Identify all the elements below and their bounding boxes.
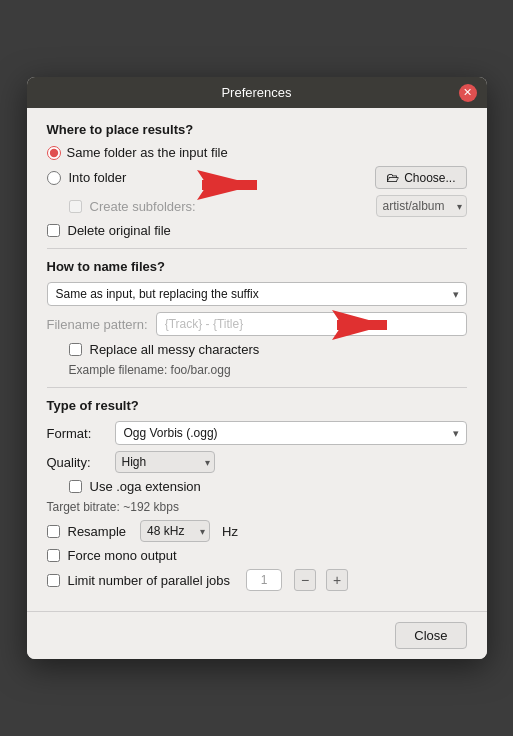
dialog-title: Preferences <box>221 85 291 100</box>
same-folder-label: Same folder as the input file <box>67 145 228 160</box>
folder-icon: 🗁 <box>386 170 399 185</box>
delete-original-label: Delete original file <box>68 223 171 238</box>
limit-jobs-checkbox[interactable] <box>47 574 60 587</box>
target-bitrate-label: Target bitrate: ~192 kbps <box>47 500 467 514</box>
delete-original-checkbox[interactable] <box>47 224 60 237</box>
naming-dropdown-row: Same as input, but replacing the suffix <box>47 282 467 306</box>
oga-extension-checkbox[interactable] <box>69 480 82 493</box>
resample-checkbox[interactable] <box>47 525 60 538</box>
quality-select-wrapper: High <box>115 451 215 473</box>
force-mono-checkbox[interactable] <box>47 549 60 562</box>
close-icon: ✕ <box>463 87 472 98</box>
example-value: foo/bar.ogg <box>171 363 231 377</box>
dialog-content: Where to place results? Same folder as t… <box>27 108 487 611</box>
delete-original-row: Delete original file <box>47 223 467 238</box>
subfolder-select[interactable]: artist/album <box>376 195 467 217</box>
footer-bar: Close <box>27 611 487 659</box>
into-folder-radio[interactable] <box>47 171 61 185</box>
example-filename-row: Example filename: foo/bar.ogg <box>69 363 467 377</box>
force-mono-row: Force mono output <box>47 548 467 563</box>
create-subfolders-label: Create subfolders: <box>90 199 196 214</box>
oga-extension-row: Use .oga extension <box>69 479 467 494</box>
force-mono-label: Force mono output <box>68 548 177 563</box>
filename-pattern-row: Filename pattern: <box>47 312 467 336</box>
window-close-button[interactable]: ✕ <box>459 84 477 102</box>
section-type-title: Type of result? <box>47 398 467 413</box>
into-folder-label: Into folder <box>69 170 127 185</box>
limit-jobs-row: Limit number of parallel jobs − + <box>47 569 467 591</box>
subfolder-select-wrapper: artist/album <box>376 195 467 217</box>
replace-messy-checkbox[interactable] <box>69 343 82 356</box>
hz-label: Hz <box>222 524 238 539</box>
format-row: Format: Ogg Vorbis (.ogg) <box>47 421 467 445</box>
replace-messy-label: Replace all messy characters <box>90 342 260 357</box>
filename-pattern-label: Filename pattern: <box>47 317 148 332</box>
limit-jobs-label: Limit number of parallel jobs <box>68 573 231 588</box>
create-subfolders-checkbox[interactable] <box>69 200 82 213</box>
resample-select[interactable]: 48 kHz <box>140 520 210 542</box>
example-label: Example filename: <box>69 363 168 377</box>
titlebar: Preferences ✕ <box>27 77 487 108</box>
naming-select-wrapper: Same as input, but replacing the suffix <box>47 282 467 306</box>
format-select-wrapper: Ogg Vorbis (.ogg) <box>115 421 467 445</box>
create-subfolders-row: Create subfolders: artist/album <box>69 195 467 217</box>
choose-label: Choose... <box>404 171 455 185</box>
section-results-title: Where to place results? <box>47 122 467 137</box>
close-button[interactable]: Close <box>395 622 466 649</box>
jobs-increment-button[interactable]: + <box>326 569 348 591</box>
replace-messy-row: Replace all messy characters <box>69 342 467 357</box>
same-folder-row: Same folder as the input file <box>47 145 467 160</box>
naming-select[interactable]: Same as input, but replacing the suffix <box>47 282 467 306</box>
quality-label: Quality: <box>47 455 107 470</box>
jobs-count-input[interactable] <box>246 569 282 591</box>
oga-extension-label: Use .oga extension <box>90 479 201 494</box>
choose-folder-button[interactable]: 🗁 Choose... <box>375 166 466 189</box>
minus-icon: − <box>301 572 309 588</box>
same-folder-radio[interactable] <box>47 146 61 160</box>
section-naming-title: How to name files? <box>47 259 467 274</box>
preferences-dialog: Preferences ✕ Where to place results? Sa… <box>27 77 487 659</box>
resample-label: Resample <box>68 524 127 539</box>
format-label: Format: <box>47 426 107 441</box>
into-folder-row: Into folder 🗁 Choose... <box>47 166 467 189</box>
resample-select-wrapper: 48 kHz <box>140 520 210 542</box>
quality-select[interactable]: High <box>115 451 215 473</box>
format-select[interactable]: Ogg Vorbis (.ogg) <box>115 421 467 445</box>
jobs-decrement-button[interactable]: − <box>294 569 316 591</box>
quality-row: Quality: High <box>47 451 467 473</box>
resample-row: Resample 48 kHz Hz <box>47 520 467 542</box>
filename-pattern-input[interactable] <box>156 312 467 336</box>
plus-icon: + <box>333 572 341 588</box>
